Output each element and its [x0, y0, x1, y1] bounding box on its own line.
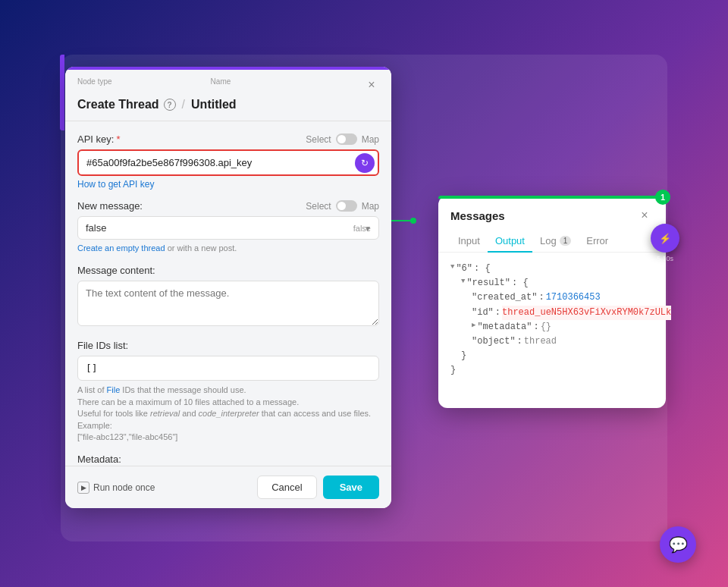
file-ids-example-label: Example:	[77, 421, 112, 430]
new-message-toggle[interactable]	[336, 200, 357, 212]
log-badge: 1	[560, 236, 572, 246]
api-key-toggle[interactable]	[336, 133, 357, 145]
chat-fab[interactable]: 💬	[660, 526, 696, 563]
tab-error[interactable]: Error	[579, 231, 616, 253]
new-message-label: New message:	[77, 200, 143, 212]
messages-close-button[interactable]: ×	[635, 206, 654, 224]
side-node-circle[interactable]: ⚡	[651, 224, 679, 253]
required-star: *	[116, 133, 120, 145]
file-ids-field: File IDs list: A list of File IDs that t…	[77, 340, 379, 443]
node-type-label: Node type	[77, 77, 112, 86]
message-content-field: Message content:	[77, 265, 379, 329]
file-ids-help: A list of File IDs that the message shou…	[77, 385, 379, 443]
save-button[interactable]: Save	[323, 476, 379, 499]
run-node-once-button[interactable]: ▶ Run node once	[77, 482, 155, 494]
close-button[interactable]: ×	[362, 76, 381, 94]
panel-header: Node type Name Create Thread ? / Untitle…	[65, 67, 391, 121]
api-key-label: API key:	[77, 133, 114, 145]
divider-slash: /	[182, 98, 185, 111]
tab-log[interactable]: Log 1	[532, 231, 579, 253]
messages-body: ▼ "6" : { ▼ "result" : { "created_at" : …	[438, 253, 666, 388]
messages-tabs: Input Output Log 1 Error	[438, 224, 666, 253]
create-thread-panel: Node type Name Create Thread ? / Untitle…	[65, 67, 391, 508]
how-to-get-api-key-link[interactable]: How to get API key	[77, 179, 379, 190]
tab-output[interactable]: Output	[488, 231, 532, 253]
messages-title: Messages	[450, 209, 505, 222]
create-thread-title: Create Thread ?	[77, 98, 176, 111]
panel-footer: ▶ Run node once Cancel Save	[65, 466, 391, 508]
create-empty-thread-link[interactable]: Create an empty thread	[77, 243, 165, 253]
side-node: ⚡ 5.10s	[651, 224, 679, 262]
new-message-select[interactable]: false false	[77, 216, 379, 240]
file-ids-example-value: ["file-abc123","file-abc456"]	[77, 432, 177, 441]
cancel-button[interactable]: Cancel	[257, 476, 316, 499]
notification-badge: 1	[655, 190, 670, 205]
file-link[interactable]: File	[107, 385, 121, 394]
file-ids-label: File IDs list:	[77, 340, 128, 351]
run-icon: ▶	[77, 482, 89, 494]
untitled-label[interactable]: Untitled	[191, 98, 237, 111]
messages-panel: Messages × Input Output Log 1 Error ▼ "6…	[438, 196, 666, 408]
new-message-select-label: Select	[306, 201, 331, 212]
connector	[391, 220, 414, 221]
message-content-label: Message content:	[77, 265, 155, 276]
metadata-label: Metadata:	[77, 454, 121, 465]
collapse-arrow-metadata[interactable]: ▶	[472, 320, 475, 331]
name-label: Name	[211, 77, 231, 86]
new-message-map-label: Map	[362, 201, 379, 212]
help-icon[interactable]: ?	[164, 99, 176, 111]
new-message-field: New message: Select Map false false Crea…	[77, 200, 379, 254]
file-ids-input[interactable]	[77, 356, 379, 381]
left-purple-stripe	[60, 55, 64, 130]
side-node-label: 5.10s	[651, 255, 679, 262]
collapse-arrow-6[interactable]: ▼	[450, 262, 454, 272]
messages-header: Messages ×	[438, 196, 666, 224]
api-key-map-label: Map	[362, 134, 379, 145]
api-key-select-label: Select	[306, 134, 331, 145]
run-node-label: Run node once	[93, 482, 155, 493]
tab-input[interactable]: Input	[450, 231, 488, 253]
api-key-field: API key: * Select Map ↻ How to get API k…	[77, 133, 379, 190]
api-key-refresh-btn[interactable]: ↻	[355, 153, 375, 173]
api-key-input[interactable]	[77, 149, 379, 176]
new-message-help: Create an empty thread or with a new pos…	[77, 243, 379, 254]
message-content-input[interactable]	[77, 281, 379, 326]
chat-icon: 💬	[669, 535, 688, 554]
collapse-arrow-result[interactable]: ▼	[461, 276, 465, 287]
file-ids-help-line2: There can be a maximum of 10 files attac…	[77, 397, 299, 407]
